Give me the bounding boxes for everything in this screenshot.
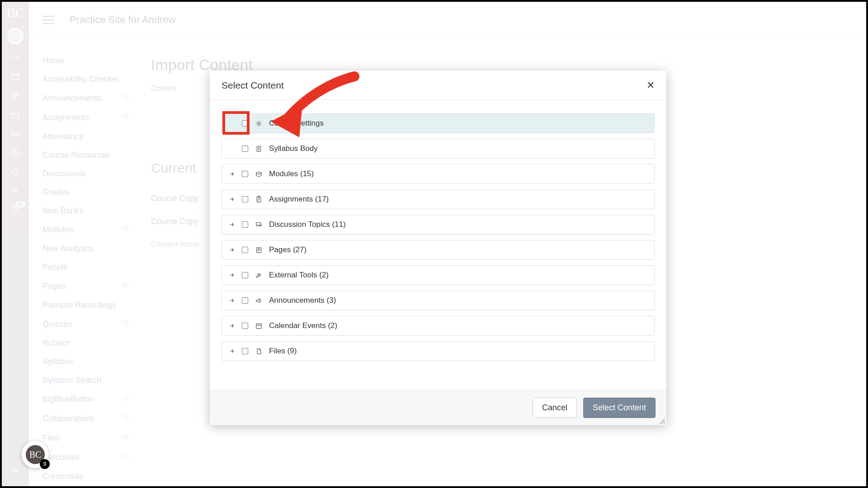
content-item-label: Files (9) <box>269 347 297 356</box>
svg-rect-11 <box>256 247 261 252</box>
item-checkbox[interactable] <box>242 348 248 354</box>
expand-icon[interactable] <box>228 323 236 329</box>
item-checkbox[interactable] <box>242 297 248 304</box>
item-checkbox[interactable] <box>242 323 248 329</box>
annotation-box <box>222 111 250 135</box>
content-item-label: Assignments (17) <box>269 195 329 204</box>
content-item-label: Discussion Topics (11) <box>269 220 346 229</box>
expand-icon[interactable] <box>228 221 236 228</box>
file-icon <box>255 347 263 355</box>
select-content-button[interactable]: Select Content <box>583 398 656 418</box>
expand-icon[interactable] <box>228 196 236 202</box>
item-checkbox[interactable] <box>242 196 248 202</box>
item-checkbox[interactable] <box>242 145 248 152</box>
item-checkbox[interactable] <box>242 221 248 228</box>
content-item-row[interactable]: External Tools (2) <box>222 265 655 285</box>
launcher-count-badge: 9 <box>40 459 50 469</box>
content-item-row[interactable]: Assignments (17) <box>222 189 655 209</box>
content-item-row[interactable]: Discussion Topics (11) <box>222 215 655 235</box>
content-item-label: Calendar Events (2) <box>269 321 337 330</box>
announce-icon <box>255 296 263 305</box>
content-item-row[interactable]: Calendar Events (2) <box>222 316 655 336</box>
module-icon <box>255 170 263 178</box>
content-item-row[interactable]: Files (9) <box>222 341 655 361</box>
resize-handle-icon[interactable] <box>659 418 665 424</box>
item-checkbox[interactable] <box>242 272 248 278</box>
expand-icon[interactable] <box>228 272 236 278</box>
cancel-button[interactable]: Cancel <box>533 398 577 418</box>
annotation-arrow <box>255 70 363 155</box>
svg-rect-12 <box>256 324 261 328</box>
assign-icon <box>255 195 263 203</box>
floating-launcher[interactable]: BC 9 <box>22 441 49 468</box>
item-checkbox[interactable] <box>242 171 248 177</box>
expand-icon[interactable] <box>228 297 236 304</box>
discuss-icon <box>255 221 263 229</box>
content-item-label: Pages (27) <box>269 245 307 254</box>
calendar-icon <box>255 322 263 330</box>
expand-icon[interactable] <box>228 171 236 177</box>
page-icon <box>255 246 263 254</box>
tool-icon <box>255 271 263 279</box>
content-item-label: Modules (15) <box>269 169 314 178</box>
content-item-label: Announcements (3) <box>269 296 336 305</box>
content-item-row[interactable]: Modules (15) <box>222 164 655 184</box>
content-item-label: External Tools (2) <box>269 271 329 280</box>
expand-icon[interactable] <box>228 247 236 253</box>
item-checkbox[interactable] <box>242 247 248 253</box>
content-item-row[interactable]: Announcements (3) <box>222 291 655 310</box>
expand-icon[interactable] <box>228 348 236 354</box>
close-button[interactable]: ✕ <box>646 80 655 91</box>
content-item-row[interactable]: Pages (27) <box>222 240 655 260</box>
